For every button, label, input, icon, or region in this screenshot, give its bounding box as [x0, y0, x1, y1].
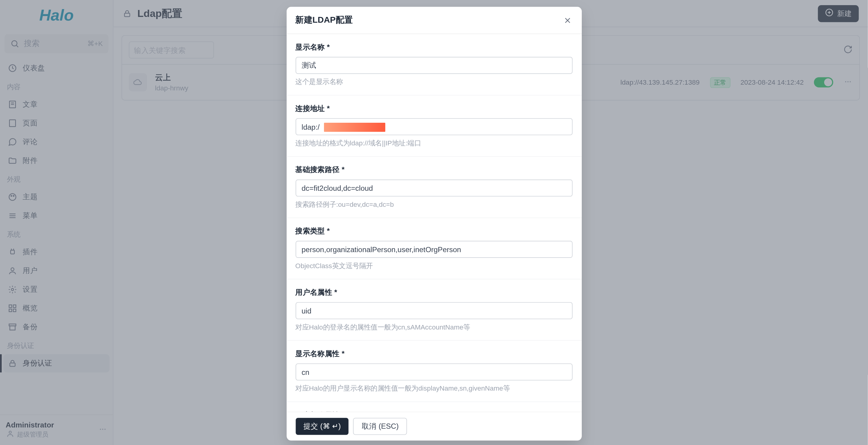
user-attr-input[interactable] — [295, 302, 572, 319]
field-url: 连接地址 * 连接地址的格式为ldap://域名||IP地址:端口 — [286, 95, 582, 157]
display-attr-input[interactable] — [295, 363, 572, 380]
field-object-class: 搜索类型 * ObjectClass英文逗号隔开 — [286, 218, 582, 279]
field-display-attr: 显示名称属性 * 对应Halo的用户显示名称的属性值一般为displayName… — [286, 341, 582, 402]
field-email-attr: 用户邮箱属性 * — [286, 402, 582, 412]
field-help: 搜索路径例子:ou=dev,dc=a,dc=b — [295, 200, 572, 209]
modal-body: 显示名称 * 这个是显示名称 连接地址 * 连接地址的格式为ldap://域名|… — [286, 34, 582, 412]
field-display-name: 显示名称 * 这个是显示名称 — [286, 34, 582, 95]
field-help: 这个是显示名称 — [295, 77, 572, 87]
field-label: 基础搜索路径 * — [295, 165, 572, 175]
field-label: 显示名称属性 * — [295, 349, 572, 359]
url-input[interactable] — [295, 118, 572, 135]
modal-footer: 提交 (⌘ ↵) 取消 (ESC) — [286, 412, 582, 441]
close-button[interactable] — [562, 15, 572, 25]
field-help: 对应Halo的登录名的属性值一般为cn,sAMAccountName等 — [295, 323, 572, 332]
modal-overlay[interactable]: 新建LDAP配置 显示名称 * 这个是显示名称 连接地址 * — [0, 0, 868, 445]
field-label: 显示名称 * — [295, 42, 572, 52]
field-base-dn: 基础搜索路径 * 搜索路径例子:ou=dev,dc=a,dc=b — [286, 157, 582, 218]
field-help: 连接地址的格式为ldap://域名||IP地址:端口 — [295, 139, 572, 148]
display-name-input[interactable] — [295, 57, 572, 74]
cancel-button[interactable]: 取消 (ESC) — [353, 418, 407, 435]
modal: 新建LDAP配置 显示名称 * 这个是显示名称 连接地址 * — [286, 7, 582, 441]
field-user-attr: 用户名属性 * 对应Halo的登录名的属性值一般为cn,sAMAccountNa… — [286, 279, 582, 341]
field-label: 连接地址 * — [295, 103, 572, 114]
field-help: ObjectClass英文逗号隔开 — [295, 261, 572, 271]
base-dn-input[interactable] — [295, 179, 572, 196]
field-label: 搜索类型 * — [295, 226, 572, 236]
object-class-input[interactable] — [295, 241, 572, 258]
field-label: 用户名属性 * — [295, 287, 572, 297]
submit-button[interactable]: 提交 (⌘ ↵) — [295, 418, 348, 435]
field-help: 对应Halo的用户显示名称的属性值一般为displayName,sn,given… — [295, 384, 572, 394]
modal-header: 新建LDAP配置 — [286, 7, 582, 34]
modal-title: 新建LDAP配置 — [295, 15, 352, 26]
